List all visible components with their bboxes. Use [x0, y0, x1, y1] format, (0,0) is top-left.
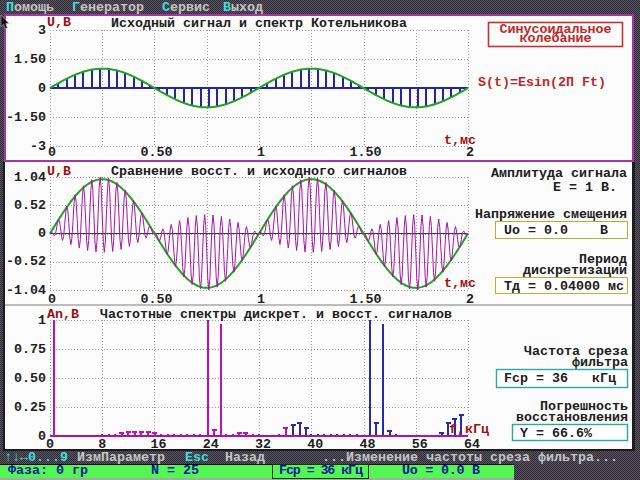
svg-text:1.04: 1.04: [14, 170, 46, 185]
svg-text:t,мс: t,мс: [444, 276, 476, 291]
svg-text:Фаза: 0 гр: Фаза: 0 гр: [8, 463, 88, 478]
svg-text:фильтра: фильтра: [572, 355, 628, 370]
svg-text:1: 1: [38, 313, 46, 328]
svg-text:Частотные спектры дискрет. и в: Частотные спектры дискрет. и восст. сигн…: [100, 307, 452, 322]
svg-text:С: С: [162, 0, 170, 15]
svg-text:-1.50: -1.50: [6, 110, 46, 125]
svg-text:Амплитуда сигнала: Амплитуда сигнала: [491, 166, 627, 181]
svg-text:Y = 66.6%: Y = 66.6%: [520, 426, 592, 441]
svg-text:Тд = 0.04000 мс: Тд = 0.04000 мс: [504, 279, 624, 294]
svg-text:омощь: омощь: [14, 0, 54, 15]
svg-text:Fср = 36 кГц: Fср = 36 кГц: [504, 371, 616, 386]
svg-text:0: 0: [38, 81, 46, 96]
svg-text:40: 40: [307, 437, 323, 452]
svg-text:Е = 1 В.: Е = 1 В.: [553, 180, 617, 195]
svg-text:Uо = 0.0 В: Uо = 0.0 В: [504, 223, 608, 238]
svg-text:П: П: [6, 0, 14, 15]
svg-text:В: В: [223, 0, 231, 15]
svg-text:U,В: U,В: [47, 164, 71, 179]
svg-text:U,В: U,В: [47, 15, 71, 30]
svg-text:енератор: енератор: [80, 0, 144, 15]
svg-text:1.50: 1.50: [350, 145, 382, 160]
svg-text:1: 1: [257, 292, 265, 307]
svg-text:1.50: 1.50: [350, 292, 382, 307]
svg-text:Исходный сигнал и спектр Котел: Исходный сигнал и спектр Котельникова: [111, 16, 407, 31]
svg-text:0.52: 0.52: [14, 198, 46, 213]
svg-text:0.25: 0.25: [14, 400, 46, 415]
svg-text:-0.52: -0.52: [6, 254, 46, 269]
svg-text:0.50: 0.50: [141, 292, 173, 307]
svg-text:0.50: 0.50: [14, 371, 46, 386]
svg-text:2: 2: [466, 292, 474, 307]
svg-text:0.50: 0.50: [141, 145, 173, 160]
svg-text:Назад: Назад: [225, 450, 265, 465]
svg-text:N = 25: N = 25: [151, 463, 199, 478]
svg-text:Uо = 0.0 В: Uо = 0.0 В: [402, 463, 480, 478]
svg-text:f,кГц: f,кГц: [449, 422, 489, 437]
svg-text:Г: Г: [72, 0, 80, 15]
svg-text:0: 0: [48, 292, 56, 307]
svg-text:Сравнение восст. и исходного с: Сравнение восст. и исходного сигналов: [111, 164, 407, 179]
svg-text:1.50: 1.50: [14, 52, 46, 67]
svg-text:An,В: An,В: [47, 307, 79, 322]
svg-text:Напряжение смещения: Напряжение смещения: [475, 207, 627, 222]
svg-text:1: 1: [257, 145, 265, 160]
svg-text:дискретизации: дискретизации: [523, 263, 627, 278]
svg-text:S(t)=Esin(2П Ft): S(t)=Esin(2П Ft): [478, 75, 606, 90]
svg-text:-3: -3: [30, 139, 46, 154]
svg-text:0: 0: [38, 429, 46, 444]
svg-text:0: 0: [48, 145, 56, 160]
svg-text:восстановления: восстановления: [516, 410, 628, 425]
svg-text:ыход: ыход: [231, 0, 263, 15]
svg-text:Fср = 36 кГц: Fср = 36 кГц: [279, 463, 363, 478]
svg-text:0: 0: [38, 226, 46, 241]
svg-text:3: 3: [38, 23, 46, 38]
svg-text:t,мс: t,мс: [444, 133, 476, 148]
svg-text:0.75: 0.75: [14, 342, 46, 357]
svg-text:-1.04: -1.04: [6, 283, 46, 298]
svg-text:колебание: колебание: [520, 31, 592, 46]
svg-text:ервис: ервис: [170, 0, 210, 15]
